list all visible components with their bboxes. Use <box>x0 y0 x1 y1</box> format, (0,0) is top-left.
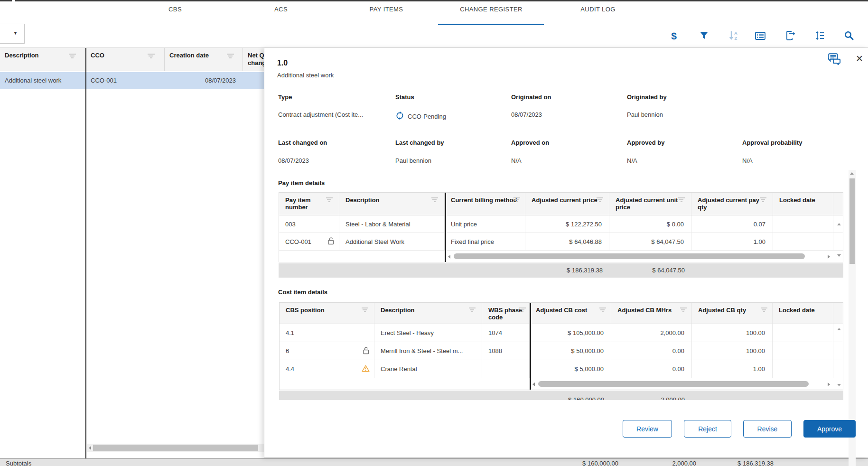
pay-col-spacer <box>833 193 846 215</box>
cost-table-row[interactable]: 4.1 Erect Steel - Heavy 1074 $ 105,000.0… <box>280 324 843 342</box>
filter-icon[interactable] <box>760 308 767 313</box>
change-detail-panel: 1.0 Additional steel work ✕ Type Contrac… <box>264 48 868 457</box>
app-root: CBS ACS PAY ITEMS CHANGE REGISTER AUDIT … <box>0 0 868 466</box>
scrollbar-thumb[interactable] <box>93 445 258 451</box>
cell-cb-mhrs: 0.00 <box>611 360 692 378</box>
total-cb-mhrs: 2,000.00 <box>661 397 685 400</box>
cell-cb-mhrs: 0.00 <box>611 342 692 360</box>
tab-audit-log[interactable]: AUDIT LOG <box>580 6 615 13</box>
cell-cost-description: Crane Rental <box>374 360 482 378</box>
grid-row-selected[interactable]: Additional steel work CCO-001 08/07/2023 <box>0 72 264 89</box>
row-height-button[interactable] <box>813 29 826 42</box>
lock-open-icon <box>327 237 335 246</box>
filter-icon[interactable] <box>596 197 603 203</box>
pay-col-billing-method: Current billing method <box>445 193 525 215</box>
pay-item-details-title: Pay item details <box>278 179 325 186</box>
scroll-right-icon[interactable] <box>828 255 830 259</box>
export-button[interactable] <box>784 29 797 42</box>
total-cb-cost: $ 160,000.00 <box>568 397 604 400</box>
grid-header: Description CCO Creation date Net Qty ch… <box>0 48 264 71</box>
revise-button[interactable]: Revise <box>743 420 792 438</box>
tab-acs[interactable]: ACS <box>274 6 288 13</box>
field-label-last-changed-on: Last changed on <box>278 139 327 146</box>
comments-button[interactable] <box>828 53 841 67</box>
approve-button[interactable]: Approve <box>803 420 856 438</box>
cell-pay-description: Steel - Labor & Material <box>339 215 445 233</box>
scroll-left-icon[interactable] <box>448 255 450 259</box>
close-icon[interactable]: ✕ <box>856 54 863 63</box>
pay-table-row[interactable]: CCO-001 Additional Steel Work Fixed fina… <box>279 233 843 251</box>
cell-current-pay-qty: 1.00 <box>691 233 773 250</box>
review-button[interactable]: Review <box>623 420 672 438</box>
filter-icon[interactable] <box>361 308 368 313</box>
scroll-up-icon[interactable] <box>837 223 841 225</box>
scrollbar-thumb[interactable] <box>454 253 805 259</box>
tab-cbs[interactable]: CBS <box>168 6 182 13</box>
saved-view-dropdown[interactable]: ▼ <box>0 24 25 44</box>
subtotal-net-mhrs: 2,000.00 <box>672 460 696 466</box>
cell-locked-date <box>773 233 833 250</box>
filter-icon[interactable] <box>468 308 476 313</box>
pay-table-totals: $ 186,319.38 $ 64,047.50 <box>279 263 843 278</box>
filter-icon[interactable] <box>326 197 333 203</box>
scroll-down-icon[interactable] <box>837 254 841 257</box>
filter-icon[interactable] <box>431 197 438 203</box>
cost-col-cb-mhrs: Adjusted CB MHrs <box>611 303 692 324</box>
cell-cb-cost: $ 105,000.00 <box>530 324 611 342</box>
filter-icon[interactable] <box>759 197 766 203</box>
grid-col-creation-date: Creation date <box>169 52 209 59</box>
filter-icon[interactable] <box>678 197 685 203</box>
comments-icon <box>828 58 841 66</box>
scroll-up-icon[interactable] <box>850 172 854 175</box>
cell-pay-number: 003 <box>279 215 339 233</box>
filter-icon[interactable] <box>226 54 234 59</box>
sort-button[interactable]: A Z <box>727 29 740 42</box>
cost-col-description: Description <box>374 303 482 324</box>
cell-cb-qty: 100.00 <box>692 324 773 342</box>
filter-icon[interactable] <box>599 308 606 313</box>
cost-table-row[interactable]: 6 Merrill Iron & Steel - Steel m... 1088… <box>280 342 843 360</box>
reject-button[interactable]: Reject <box>684 420 731 438</box>
field-value-last-changed-on: 08/07/2023 <box>278 157 309 164</box>
filter-button[interactable] <box>697 29 710 42</box>
filter-icon[interactable] <box>519 308 526 313</box>
scroll-right-icon[interactable] <box>828 382 830 386</box>
scrollbar-thumb[interactable] <box>849 178 855 264</box>
status-text: CCO-Pending <box>408 113 446 120</box>
scroll-up-icon[interactable] <box>837 328 841 330</box>
field-value-originated-by: Paul bennion <box>627 111 663 118</box>
tab-pay-items[interactable]: PAY ITEMS <box>370 6 403 13</box>
top-window-edge <box>0 0 868 1</box>
cost-table-row[interactable]: 4.4 Crane Rental $ 5,000.00 0.00 1.00 <box>280 360 843 378</box>
cell-locked-date <box>773 215 833 233</box>
scroll-down-icon[interactable] <box>837 384 841 386</box>
cost-col-spacer <box>833 303 846 324</box>
currency-toggle-button[interactable]: $ <box>667 29 681 42</box>
cell-billing-method: Fixed final price <box>445 233 525 250</box>
search-button[interactable] <box>842 29 856 42</box>
cell-creation-date: 08/07/2023 <box>165 72 236 89</box>
scroll-left-icon[interactable] <box>532 382 535 386</box>
cell-pay-number: CCO-001 <box>279 233 339 250</box>
field-value-approved-by: N/A <box>627 157 637 164</box>
pay-table-hscroll[interactable] <box>279 251 843 262</box>
column-chooser-button[interactable] <box>754 29 767 42</box>
cost-col-cbs-position: CBS position <box>280 303 374 324</box>
filter-icon[interactable] <box>680 308 687 313</box>
grid-horizontal-scrollbar[interactable] <box>87 444 264 452</box>
filter-icon[interactable] <box>147 54 155 59</box>
pay-table-row[interactable]: 003 Steel - Labor & Material Unit price … <box>279 215 843 233</box>
active-tab-underline <box>438 24 544 25</box>
cost-frozen-divider <box>530 303 531 390</box>
filter-icon <box>700 31 709 40</box>
cell-current-price: $ 122,272.50 <box>525 215 609 233</box>
scroll-left-icon[interactable] <box>89 446 91 450</box>
tab-change-register[interactable]: CHANGE REGISTER <box>460 6 523 13</box>
filter-icon[interactable] <box>513 197 520 203</box>
scrollbar-thumb[interactable] <box>538 381 809 387</box>
warning-icon <box>362 365 370 373</box>
subtotals-label: Subtotals <box>6 460 31 466</box>
cost-table-hscroll[interactable] <box>280 378 843 390</box>
filter-icon[interactable] <box>68 54 76 59</box>
cell-cb-mhrs: 2,000.00 <box>611 324 692 342</box>
